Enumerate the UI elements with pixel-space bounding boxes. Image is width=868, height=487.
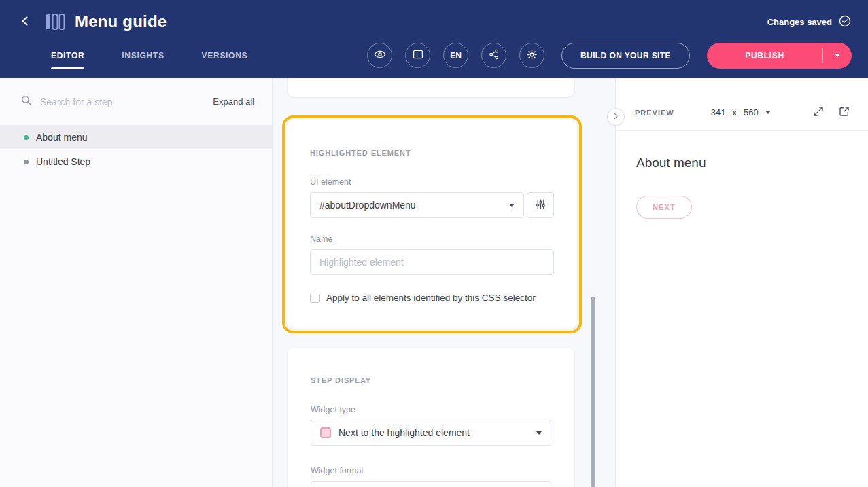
widget-type-select[interactable]: Next to the highlighted element	[311, 420, 551, 446]
search-step-input[interactable]	[40, 96, 213, 107]
changes-saved-label: Changes saved	[767, 17, 832, 27]
widget-format-select[interactable]	[311, 481, 551, 487]
step-display-card: STEP DISPLAY Widget type Next to the hig…	[288, 348, 574, 487]
preview-height: 560	[744, 107, 759, 118]
name-label: Name	[310, 234, 554, 244]
widget-type-value: Next to the highlighted element	[338, 427, 536, 438]
tab-insights[interactable]: INSIGHTS	[122, 48, 164, 63]
preview-width: 341	[711, 107, 726, 118]
build-on-your-site-button[interactable]: BUILD ON YOUR SITE	[561, 43, 690, 69]
back-button[interactable]	[16, 13, 34, 31]
next-button[interactable]: NEXT	[636, 196, 692, 219]
expand-icon	[812, 105, 824, 120]
widget-type-label: Widget type	[311, 405, 551, 414]
chevron-down-icon	[509, 204, 515, 207]
ui-element-label: UI element	[310, 177, 554, 187]
preview-eye-button[interactable]	[367, 43, 392, 68]
preview-header: PREVIEW 341 x 560	[616, 78, 868, 131]
expand-preview-button[interactable]	[812, 105, 824, 120]
layout-icon	[412, 48, 424, 62]
preview-size-dropdown[interactable]: 341 x 560	[711, 107, 771, 118]
widget-format-label: Widget format	[311, 466, 551, 475]
step-label: About menu	[36, 132, 88, 143]
language-button[interactable]: EN	[443, 43, 468, 68]
element-picker-button[interactable]	[527, 192, 554, 218]
share-button[interactable]	[481, 43, 506, 68]
share-icon	[488, 48, 500, 62]
preview-step-title: About menu	[636, 156, 848, 170]
preview-size-separator: x	[732, 107, 737, 118]
preview-label: PREVIEW	[635, 109, 674, 117]
check-circle-icon	[838, 14, 852, 30]
changes-saved-status: Changes saved	[767, 14, 852, 30]
preview-panel: PREVIEW 341 x 560	[615, 78, 868, 487]
sliders-icon	[535, 198, 546, 212]
highlighted-element-card: HIGHLIGHTED ELEMENT UI element #aboutDro…	[287, 120, 577, 329]
layout-button[interactable]	[405, 43, 430, 68]
collapse-preview-button[interactable]	[607, 108, 625, 126]
preview-body: About menu NEXT	[616, 131, 868, 243]
step-status-dot	[24, 135, 29, 140]
sidebar-item-about-menu[interactable]: About menu	[0, 125, 272, 149]
step-label: Untitled Step	[36, 156, 90, 167]
publish-button[interactable]: PUBLISH	[707, 43, 822, 69]
step-list: About menu Untitled Step	[0, 125, 272, 174]
language-label: EN	[450, 51, 462, 60]
chevron-down-icon	[536, 431, 542, 435]
open-in-new-tab-button[interactable]	[838, 105, 850, 120]
chevron-down-icon	[835, 54, 840, 57]
editor-scrollbar[interactable]	[591, 297, 595, 487]
app-logo-icon	[45, 13, 65, 31]
page-title: Menu guide	[75, 12, 167, 31]
apply-all-label: Apply to all elements identified by this…	[326, 293, 536, 303]
tab-editor[interactable]: EDITOR	[51, 48, 84, 63]
ui-element-select[interactable]: #aboutDropdownMenu	[310, 192, 524, 218]
widget-icon	[320, 427, 331, 438]
ui-element-value: #aboutDropdownMenu	[319, 200, 509, 211]
sidebar-item-untitled-step[interactable]: Untitled Step	[0, 149, 272, 174]
eye-icon	[373, 48, 387, 63]
steps-sidebar: Expand all About menu Untitled Step	[0, 78, 273, 487]
highlighted-card-ring: HIGHLIGHTED ELEMENT UI element #aboutDro…	[282, 115, 582, 333]
publish-split-button: PUBLISH	[707, 43, 852, 69]
chevron-right-icon	[612, 112, 620, 122]
element-name-input[interactable]	[310, 249, 554, 275]
chevron-down-icon	[765, 111, 771, 114]
tab-versions[interactable]: VERSIONS	[202, 48, 248, 63]
step-status-dot	[24, 160, 29, 164]
publish-dropdown-button[interactable]	[823, 43, 852, 69]
previous-settings-card	[288, 78, 574, 97]
section-title: STEP DISPLAY	[311, 376, 551, 384]
settings-button[interactable]	[519, 43, 544, 68]
back-icon	[18, 14, 32, 30]
expand-all-link[interactable]: Expand all	[213, 96, 254, 107]
gear-icon	[525, 48, 538, 63]
step-editor-panel: HIGHLIGHTED ELEMENT UI element #aboutDro…	[273, 78, 615, 487]
search-icon	[20, 94, 40, 109]
open-external-icon	[838, 105, 850, 120]
section-title: HIGHLIGHTED ELEMENT	[310, 149, 554, 157]
apply-all-checkbox[interactable]	[310, 293, 320, 303]
editor-tabs: EDITOR INSIGHTS VERSIONS	[51, 48, 247, 63]
app-header: Menu guide Changes saved EDITOR INSIGHTS…	[0, 0, 868, 78]
